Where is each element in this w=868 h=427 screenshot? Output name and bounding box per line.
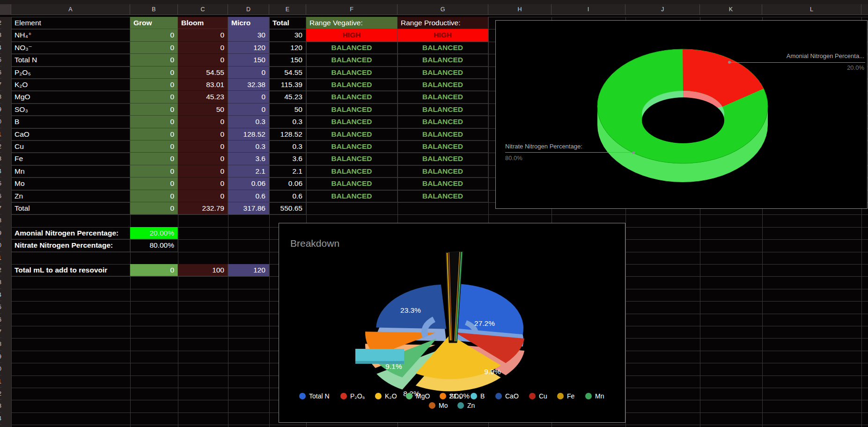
- cell-E4[interactable]: 120: [269, 42, 306, 54]
- cell-A4[interactable]: NO₃⁻: [11, 42, 130, 54]
- cell-B3[interactable]: 0: [130, 29, 178, 41]
- cell-E8[interactable]: 45.23: [269, 91, 306, 103]
- cell-E15[interactable]: 0.06: [269, 177, 306, 190]
- cell-D6[interactable]: 0: [228, 66, 269, 79]
- status-veg-Total N[interactable]: BALANCED: [306, 54, 397, 66]
- status-veg-MgO[interactable]: BALANCED: [306, 91, 397, 103]
- row-number[interactable]: 20: [0, 239, 1, 251]
- status-prod-SO₃[interactable]: BALANCED: [397, 103, 488, 116]
- cell-C10[interactable]: 0: [178, 116, 228, 128]
- column-header-C[interactable]: C: [178, 4, 228, 15]
- status-prod-NH₄⁺[interactable]: HIGH: [397, 29, 488, 41]
- row-number[interactable]: 28: [0, 338, 1, 350]
- status-veg-P₂O₅[interactable]: BALANCED: [306, 66, 397, 79]
- status-veg-SO₃[interactable]: BALANCED: [306, 103, 397, 116]
- row-number[interactable]: 30: [0, 363, 1, 375]
- cell-C12[interactable]: 0: [178, 140, 228, 153]
- cell-C5[interactable]: 0: [178, 54, 228, 66]
- row-number[interactable]: 10: [0, 116, 1, 128]
- row-number[interactable]: 35: [0, 425, 1, 427]
- cell-A11[interactable]: CaO: [11, 128, 130, 140]
- row-number[interactable]: 7: [0, 79, 1, 91]
- cell-A16[interactable]: Zn: [11, 190, 130, 202]
- cell-D14[interactable]: 2.1: [228, 165, 269, 177]
- cell-E3[interactable]: 30: [269, 29, 306, 41]
- cell-A7[interactable]: K₂O: [11, 79, 130, 91]
- status-veg-K₂O[interactable]: BALANCED: [306, 79, 397, 91]
- cell-C4[interactable]: 0: [178, 42, 228, 54]
- cell-B14[interactable]: 0: [130, 165, 178, 177]
- cell-A5[interactable]: Total N: [11, 54, 130, 66]
- cell-A12[interactable]: Cu: [11, 140, 130, 153]
- cell-D11[interactable]: 128.52: [228, 128, 269, 140]
- cell-B2[interactable]: Grow: [130, 17, 178, 29]
- cell-B9[interactable]: 0: [130, 103, 178, 116]
- cell-B6[interactable]: 0: [130, 66, 178, 79]
- cell-A13[interactable]: Fe: [11, 153, 130, 165]
- value-nitrate-percentage[interactable]: 80.00%: [130, 239, 178, 251]
- row-number[interactable]: 13: [0, 153, 1, 165]
- cell-B4[interactable]: 0: [130, 42, 178, 54]
- breakdown-chart-panel[interactable]: Breakdown27.2%9.9%21.0%8.2%9.1%23.3%Tota…: [279, 223, 625, 423]
- cell-E5[interactable]: 150: [269, 54, 306, 66]
- cell-E16[interactable]: 0.6: [269, 190, 306, 202]
- row-number[interactable]: 33: [0, 400, 1, 412]
- column-header-K[interactable]: K: [700, 4, 762, 15]
- cell-C15[interactable]: 0: [178, 177, 228, 190]
- row-number[interactable]: 8: [0, 91, 1, 103]
- status-veg-B[interactable]: BALANCED: [306, 116, 397, 128]
- cell-D5[interactable]: 150: [228, 54, 269, 66]
- cell-B7[interactable]: 0: [130, 79, 178, 91]
- cell-C17[interactable]: 232.79: [178, 202, 228, 214]
- cell-A8[interactable]: MgO: [11, 91, 130, 103]
- row-number[interactable]: 23: [0, 276, 1, 288]
- cell-G2[interactable]: Range Productive:: [397, 17, 488, 29]
- cell-B16[interactable]: 0: [130, 190, 178, 202]
- status-veg-Cu[interactable]: BALANCED: [306, 140, 397, 153]
- column-header-F[interactable]: F: [306, 4, 397, 15]
- row-number[interactable]: 9: [0, 103, 1, 116]
- row-number[interactable]: 14: [0, 165, 1, 177]
- cell-D13[interactable]: 3.6: [228, 153, 269, 165]
- cell-B10[interactable]: 0: [130, 116, 178, 128]
- cell-C9[interactable]: 50: [178, 103, 228, 116]
- cell-C8[interactable]: 45.23: [178, 91, 228, 103]
- cell-A6[interactable]: P₂O₅: [11, 66, 130, 79]
- row-number[interactable]: 31: [0, 375, 1, 388]
- cell-A3[interactable]: NH₄⁺: [11, 29, 130, 41]
- cell-D3[interactable]: 30: [228, 29, 269, 41]
- donut-chart-panel[interactable]: Amonial Nitrogen Percenta... 20.0% Nitra…: [495, 20, 868, 209]
- cell-B15[interactable]: 0: [130, 177, 178, 190]
- row-number[interactable]: 3: [0, 29, 1, 41]
- value-reservoir-grow[interactable]: 0: [130, 264, 178, 276]
- row-number[interactable]: 17: [0, 202, 1, 214]
- label-amonial-percentage[interactable]: Amonial Nitrogen Percentage:: [11, 227, 130, 239]
- cell-E12[interactable]: 0.3: [269, 140, 306, 153]
- row-number[interactable]: 21: [0, 252, 1, 264]
- row-number[interactable]: 5: [0, 54, 1, 66]
- value-reservoir-micro[interactable]: 120: [228, 264, 269, 276]
- cell-F2[interactable]: Range Vegative:: [306, 17, 397, 29]
- column-header-D[interactable]: D: [228, 4, 269, 15]
- row-number[interactable]: 19: [0, 227, 1, 239]
- status-prod-Fe[interactable]: BALANCED: [397, 153, 488, 165]
- status-veg-NH₄⁺[interactable]: HIGH: [306, 29, 397, 41]
- status-prod-CaO[interactable]: BALANCED: [397, 128, 488, 140]
- cell-D2[interactable]: Micro: [228, 17, 269, 29]
- row-number[interactable]: 16: [0, 190, 1, 202]
- cell-C6[interactable]: 54.55: [178, 66, 228, 79]
- status-veg-CaO[interactable]: BALANCED: [306, 128, 397, 140]
- status-veg-Zn[interactable]: BALANCED: [306, 190, 397, 202]
- label-reservoir[interactable]: Total mL to add to resovoir: [11, 264, 130, 276]
- cell-D16[interactable]: 0.6: [228, 190, 269, 202]
- status-prod-B[interactable]: BALANCED: [397, 116, 488, 128]
- row-number[interactable]: 34: [0, 412, 1, 425]
- cell-D15[interactable]: 0.06: [228, 177, 269, 190]
- cell-C16[interactable]: 0: [178, 190, 228, 202]
- status-prod-Mn[interactable]: BALANCED: [397, 165, 488, 177]
- cell-C3[interactable]: 0: [178, 29, 228, 41]
- cell-B17[interactable]: 0: [130, 202, 178, 214]
- row-number[interactable]: 29: [0, 351, 1, 363]
- status-prod-MgO[interactable]: BALANCED: [397, 91, 488, 103]
- status-prod-NO₃⁻[interactable]: BALANCED: [397, 42, 488, 54]
